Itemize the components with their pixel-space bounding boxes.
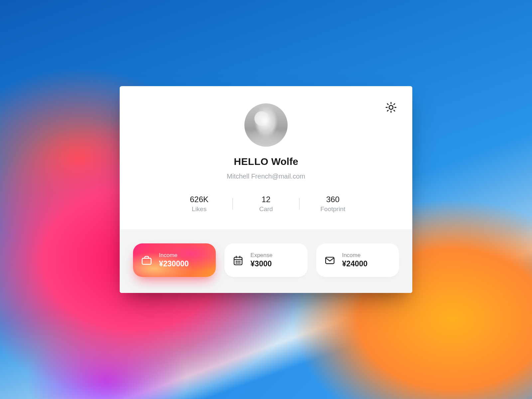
calendar-icon	[232, 254, 244, 267]
sun-icon	[385, 102, 397, 113]
stat-value: 12	[233, 195, 299, 204]
profile-header: HELLO Wolfe Mitchell French@mail.com 626…	[120, 86, 412, 229]
email-text: Mitchell French@mail.com	[133, 173, 399, 180]
greeting-text: HELLO Wolfe	[133, 156, 399, 167]
stat-value: 626K	[166, 195, 232, 204]
finance-label: Income	[342, 252, 368, 259]
finance-text: Expense ¥3000	[250, 252, 272, 268]
svg-point-17	[236, 263, 237, 263]
svg-point-14	[236, 261, 237, 261]
finance-value: ¥230000	[159, 259, 189, 268]
svg-point-15	[238, 261, 239, 261]
mail-icon	[324, 254, 336, 267]
finance-value: ¥24000	[342, 259, 368, 268]
stats-row: 626K Likes 12 Card 360 Footprint	[133, 195, 399, 213]
theme-toggle-button[interactable]	[384, 101, 398, 114]
greeting-prefix: HELLO	[234, 156, 268, 167]
svg-line-8	[394, 104, 395, 105]
svg-point-0	[389, 105, 393, 109]
svg-point-18	[238, 263, 239, 263]
stat-card[interactable]: 12 Card	[233, 195, 299, 213]
finance-row: Income ¥230000	[120, 229, 412, 293]
stat-likes[interactable]: 626K Likes	[166, 195, 232, 213]
svg-line-7	[387, 110, 388, 111]
svg-line-3	[387, 104, 388, 105]
stat-value: 360	[300, 195, 366, 204]
svg-point-19	[240, 263, 240, 263]
finance-card-expense[interactable]: Expense ¥3000	[224, 243, 307, 277]
svg-point-16	[240, 261, 240, 261]
finance-label: Income	[159, 252, 189, 259]
finance-text: Income ¥24000	[342, 252, 368, 268]
svg-rect-9	[142, 258, 151, 264]
stat-label: Likes	[166, 205, 232, 213]
stat-label: Footprint	[300, 205, 366, 213]
profile-card: HELLO Wolfe Mitchell French@mail.com 626…	[120, 86, 412, 293]
briefcase-icon	[140, 254, 153, 267]
stat-label: Card	[233, 205, 299, 213]
finance-card-income-primary[interactable]: Income ¥230000	[133, 243, 216, 277]
finance-card-income-secondary[interactable]: Income ¥24000	[316, 243, 399, 277]
avatar[interactable]	[244, 103, 288, 147]
greeting-name: Wolfe	[271, 156, 298, 167]
finance-label: Expense	[250, 252, 272, 259]
svg-line-4	[394, 110, 395, 111]
finance-value: ¥3000	[250, 259, 272, 268]
stat-footprint[interactable]: 360 Footprint	[300, 195, 366, 213]
finance-text: Income ¥230000	[159, 252, 189, 268]
svg-rect-20	[326, 257, 334, 263]
